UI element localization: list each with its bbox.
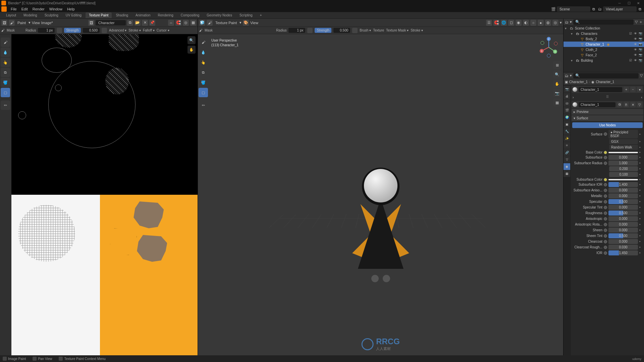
disclosure-icon[interactable]: ▾: [571, 59, 574, 62]
value-field[interactable]: 0.500: [608, 199, 638, 204]
shader-link[interactable]: ● Principled BSDF: [608, 130, 638, 138]
annotate-tool[interactable]: ✏: [1, 101, 10, 110]
brush-mode-icon[interactable]: 🖌: [9, 20, 15, 26]
texture-dropdown[interactable]: Texture: [373, 28, 384, 32]
outliner-row-cloth_2[interactable]: ▽Cloth_2👁📷: [564, 47, 644, 52]
input-socket-icon[interactable]: [604, 246, 607, 249]
tab-texture-paint[interactable]: Texture Paint: [86, 12, 112, 18]
menu-edit[interactable]: Edit: [19, 7, 30, 11]
chevron-down-icon[interactable]: ▾: [560, 20, 562, 25]
input-socket-icon[interactable]: [604, 194, 607, 198]
tab-scene[interactable]: 🎬: [564, 107, 570, 114]
outliner-row-building[interactable]: ▾🗀Building☑👁📷: [564, 58, 644, 63]
material-slot[interactable]: Character_1 ＋ － ▾: [572, 86, 643, 93]
outliner-row-face_2[interactable]: ▽Face_2👁📷: [564, 52, 644, 58]
prop-menu-icon[interactable]: •: [639, 140, 643, 143]
select-mode-icon[interactable]: ☰: [486, 20, 492, 26]
prop-edit-icon[interactable]: ◎: [183, 20, 189, 26]
menu-image[interactable]: Image*: [41, 21, 53, 25]
render-visibility-icon[interactable]: 📷: [639, 48, 643, 51]
prop-dropdown[interactable]: GGX: [609, 139, 638, 144]
radius-field-3d[interactable]: 1 px: [288, 28, 305, 33]
brush-dropdown[interactable]: Brush ▾: [360, 28, 371, 32]
tab-world[interactable]: 🌍: [564, 114, 570, 121]
display-mode-icon[interactable]: ▾: [570, 20, 572, 24]
prop-menu-icon[interactable]: •: [639, 156, 643, 159]
tab-animation[interactable]: Animation: [132, 12, 154, 18]
tab-modifiers[interactable]: 🔧: [564, 128, 570, 135]
value-field[interactable]: 0.000: [608, 193, 638, 198]
breadcrumb-2[interactable]: Character_1: [596, 80, 614, 84]
input-socket-icon[interactable]: [604, 217, 607, 221]
display-mode-icon-2[interactable]: ▾: [570, 73, 572, 78]
tab-constraints[interactable]: 🔗: [564, 149, 570, 156]
tab-geometry-nodes[interactable]: Geometry Nodes: [203, 12, 235, 18]
gizmo-toggle-icon[interactable]: ◻: [508, 20, 514, 26]
overlay-toggle-icon[interactable]: ◉: [516, 20, 522, 26]
shading-rendered-icon[interactable]: ◎: [552, 20, 558, 26]
tab-modeling[interactable]: Modeling: [20, 12, 41, 18]
disclosure-icon[interactable]: ▾: [565, 26, 568, 30]
scene-new-icon[interactable]: ⧉: [591, 6, 596, 12]
tab-rendering[interactable]: Rendering: [155, 12, 177, 18]
unlink-image-icon[interactable]: ✕: [142, 20, 148, 26]
mask-label-3d[interactable]: Mask: [205, 28, 213, 32]
input-socket-icon[interactable]: [604, 132, 607, 136]
editor-type-icon[interactable]: 🖼: [1, 20, 7, 26]
smear-tool[interactable]: 👆: [1, 58, 10, 67]
pan-icon[interactable]: ✋: [187, 46, 196, 54]
open-image-icon[interactable]: 📂: [135, 20, 141, 26]
image-link-icon[interactable]: 🖼: [88, 20, 94, 26]
visibility-icon[interactable]: 👁: [634, 43, 638, 46]
value-field[interactable]: 0.000: [608, 205, 638, 210]
value-field[interactable]: 0.500: [608, 210, 638, 216]
filter-icon-2[interactable]: ▽: [640, 73, 643, 78]
chevron-left-icon[interactable]: ‹: [641, 95, 642, 99]
radius-field[interactable]: 1 px: [38, 28, 55, 33]
prop-menu-icon[interactable]: •: [639, 132, 643, 136]
tab-data[interactable]: ▽: [564, 156, 570, 163]
prop-menu-icon[interactable]: •: [639, 145, 643, 149]
color-field[interactable]: [608, 152, 638, 153]
value-field[interactable]: 0.200: [609, 166, 638, 171]
input-socket-icon[interactable]: [604, 212, 607, 215]
new-collection-icon[interactable]: ＋: [639, 19, 643, 24]
viewlayer-field[interactable]: ViewLayer: [603, 6, 637, 12]
prop-menu-icon[interactable]: •: [639, 251, 643, 255]
tab-physics[interactable]: ⚛: [564, 142, 570, 149]
tab-scripting[interactable]: Scripting: [236, 12, 256, 18]
mode-dropdown[interactable]: Paint: [16, 21, 27, 25]
menu-help[interactable]: Help: [65, 7, 77, 11]
fill-tool-3d[interactable]: 🪣: [199, 78, 208, 87]
properties-body[interactable]: Character_1 ＋ － ▾ › ⠿ ‹ Character_1 ⧉ ⎘ …: [571, 85, 644, 355]
breadcrumb-1[interactable]: Character_1: [569, 80, 588, 84]
outliner-editor-icon[interactable]: 🗂: [565, 20, 569, 24]
nav-gizmo[interactable]: Z X Y: [538, 37, 559, 58]
value-field[interactable]: 0.030: [608, 245, 638, 250]
prop-menu-icon[interactable]: •: [639, 161, 643, 165]
slot-menu-icon[interactable]: ▾: [637, 87, 642, 92]
strength-pressure-3d-icon[interactable]: [352, 28, 358, 33]
tab-uv-editing[interactable]: UV Editing: [62, 12, 85, 18]
prop-menu-icon[interactable]: •: [639, 223, 643, 226]
shading-wireframe-icon[interactable]: ○: [530, 20, 536, 26]
prop-menu-icon[interactable]: •: [639, 200, 643, 203]
value-field[interactable]: 0.000: [608, 216, 638, 221]
value-field[interactable]: 1.000: [608, 161, 638, 166]
prop-menu-icon[interactable]: •: [639, 194, 643, 198]
surface-section[interactable]: ▾ Surface: [572, 115, 643, 121]
add-slot-icon[interactable]: ＋: [624, 87, 629, 92]
cursor-dropdown[interactable]: Cursor ▾: [157, 28, 169, 32]
annotate-tool-3d[interactable]: ✏: [199, 101, 208, 110]
pan-3d-icon[interactable]: ✋: [553, 80, 561, 88]
soften-tool[interactable]: 💧: [1, 48, 10, 57]
strength-field-3d[interactable]: 0.500: [333, 28, 350, 33]
input-socket-icon[interactable]: [604, 162, 607, 165]
menu-file[interactable]: File: [9, 7, 19, 11]
tab-shading[interactable]: Shading: [112, 12, 131, 18]
prop-menu-icon[interactable]: •: [639, 211, 643, 215]
tab-particles[interactable]: ✨: [564, 135, 570, 142]
outliner-row-characters[interactable]: ▾🗀Characters☑👁📷: [564, 31, 644, 36]
display-channels-icon[interactable]: ▦: [190, 20, 196, 26]
soften-tool-3d[interactable]: 💧: [199, 48, 208, 57]
